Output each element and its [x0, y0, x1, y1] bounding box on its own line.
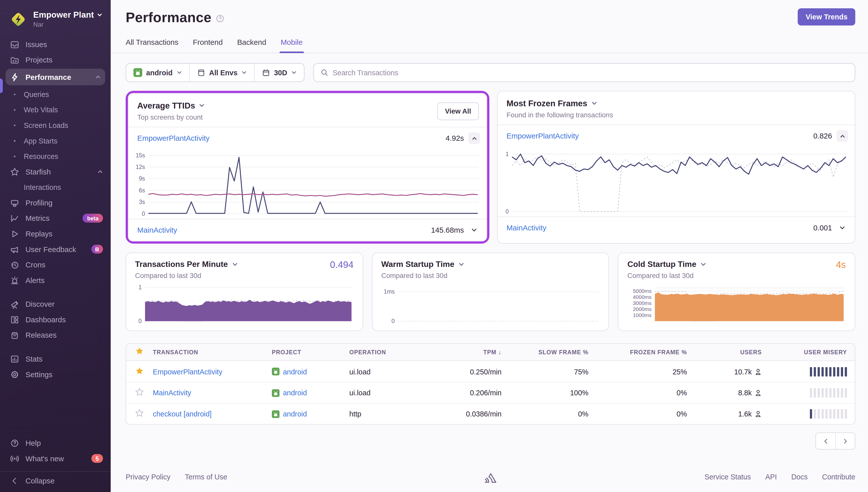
- next-page-button[interactable]: [835, 433, 854, 449]
- view-trends-button[interactable]: View Trends: [798, 8, 856, 25]
- expand-accordion-button[interactable]: [837, 222, 848, 233]
- transaction-link[interactable]: checkout [android]: [153, 410, 212, 418]
- star-filled-icon[interactable]: [135, 347, 144, 355]
- transaction-link[interactable]: MainActivity: [153, 389, 191, 397]
- android-project-icon: [133, 68, 142, 77]
- view-all-button[interactable]: View All: [437, 102, 479, 120]
- widget-subtitle: Compared to last 30d: [381, 272, 599, 280]
- api-link[interactable]: API: [765, 473, 777, 481]
- users-count: 1.6k: [738, 410, 752, 418]
- chevron-down-icon: [241, 70, 247, 75]
- archive-icon: [10, 330, 19, 340]
- transaction-link[interactable]: MainActivity: [137, 226, 427, 234]
- sidebar-collapse-button[interactable]: Collapse: [0, 471, 111, 487]
- user-icon: [755, 410, 762, 417]
- sidebar-item-help[interactable]: Help: [0, 435, 111, 451]
- col-project[interactable]: PROJECT: [272, 349, 350, 355]
- col-tpm[interactable]: TPM ↓: [421, 349, 502, 355]
- sidebar-item-app-starts[interactable]: App Starts: [0, 133, 111, 149]
- metric-value: 145.68ms: [431, 226, 464, 234]
- sidebar-item-projects[interactable]: Projects: [0, 52, 111, 68]
- project-link[interactable]: android: [283, 389, 307, 397]
- widget-title[interactable]: Most Frozen Frames: [507, 98, 587, 108]
- tab-frontend[interactable]: Frontend: [193, 38, 223, 53]
- org-switcher[interactable]: Empower Plant Nar: [0, 8, 111, 36]
- col-frozen-frame[interactable]: FROZEN FRAME %: [589, 349, 687, 355]
- users-count: 8.8k: [738, 389, 752, 397]
- chevron-down-icon[interactable]: [591, 100, 597, 106]
- expand-accordion-button[interactable]: [468, 224, 480, 236]
- sidebar-item-starfish[interactable]: Starfish: [0, 164, 111, 179]
- svg-text:0: 0: [142, 211, 145, 217]
- sidebar-item-screen-loads[interactable]: Screen Loads: [0, 117, 111, 133]
- tab-backend[interactable]: Backend: [237, 38, 266, 53]
- sidebar-item-stats[interactable]: Stats: [0, 351, 111, 367]
- previous-page-button[interactable]: [816, 433, 835, 449]
- sidebar-item-crons[interactable]: Crons: [0, 257, 111, 272]
- chevron-down-icon: [839, 225, 845, 231]
- svg-text:5000ms: 5000ms: [633, 288, 652, 294]
- sidebar-item-web-vitals[interactable]: Web Vitals: [0, 102, 111, 118]
- service-status-link[interactable]: Service Status: [705, 473, 751, 481]
- chevron-down-icon[interactable]: [232, 261, 238, 267]
- widget-title[interactable]: Average TTIDs: [137, 101, 195, 110]
- tab-mobile[interactable]: Mobile: [281, 38, 303, 53]
- star-toggle[interactable]: [135, 388, 144, 396]
- widget-title[interactable]: Transactions Per Minute: [135, 260, 228, 268]
- widget-title[interactable]: Warm Startup Time: [381, 260, 454, 268]
- sidebar-item-queries[interactable]: Queries: [0, 87, 111, 102]
- transaction-link[interactable]: MainActivity: [507, 224, 809, 232]
- col-users[interactable]: USERS: [687, 349, 762, 355]
- docs-link[interactable]: Docs: [791, 473, 808, 481]
- collapse-accordion-button[interactable]: [468, 132, 480, 144]
- transaction-link[interactable]: EmpowerPlantActivity: [137, 134, 441, 142]
- terms-of-use-link[interactable]: Terms of Use: [185, 473, 227, 481]
- environment-filter[interactable]: All Envs: [189, 64, 254, 81]
- contribute-link[interactable]: Contribute: [822, 473, 856, 481]
- sidebar-item-metrics[interactable]: Metrics beta: [0, 211, 111, 226]
- sidebar-item-performance[interactable]: Performance: [5, 69, 105, 85]
- sidebar-item-settings[interactable]: Settings: [0, 367, 111, 382]
- tpm-widget: Transactions Per Minute 0.494 Compared t…: [126, 252, 363, 331]
- sidebar-item-profiling[interactable]: Profiling: [0, 195, 111, 211]
- sidebar-item-interactions[interactable]: Interactions: [0, 179, 111, 195]
- sidebar-item-whats-new[interactable]: What's new 5: [0, 451, 111, 466]
- svg-text:3000ms: 3000ms: [633, 300, 652, 306]
- privacy-policy-link[interactable]: Privacy Policy: [126, 473, 171, 481]
- col-user-misery[interactable]: USER MISERY: [762, 349, 847, 355]
- operation: http: [350, 410, 422, 418]
- date-range-filter[interactable]: 30D: [254, 64, 304, 81]
- transaction-link[interactable]: EmpowerPlantActivity: [153, 367, 222, 376]
- page-help-icon[interactable]: [216, 14, 224, 22]
- transaction-link[interactable]: EmpowerPlantActivity: [507, 132, 809, 140]
- sidebar-item-resources[interactable]: Resources: [0, 148, 111, 164]
- help-icon: [10, 438, 19, 447]
- project-link[interactable]: android: [283, 410, 307, 418]
- sidebar-nav: Issues Projects Performance Queries Web …: [0, 36, 111, 382]
- chevron-down-icon[interactable]: [700, 261, 706, 267]
- android-project-icon: [272, 389, 280, 397]
- operation: ui.load: [350, 389, 422, 397]
- star-toggle[interactable]: [135, 366, 144, 375]
- sidebar-item-issues[interactable]: Issues: [0, 36, 111, 52]
- search-input[interactable]: [333, 69, 848, 77]
- chevron-down-icon[interactable]: [458, 261, 464, 267]
- star-toggle[interactable]: [135, 409, 144, 417]
- sidebar-item-user-feedback[interactable]: User Feedback B: [0, 242, 111, 257]
- tab-all-transactions[interactable]: All Transactions: [126, 38, 178, 53]
- sidebar-item-releases[interactable]: Releases: [0, 327, 111, 343]
- sidebar-item-alerts[interactable]: Alerts: [0, 272, 111, 288]
- project-link[interactable]: android: [283, 367, 307, 376]
- sidebar-item-dashboards[interactable]: Dashboards: [0, 312, 111, 327]
- collapse-accordion-button[interactable]: [837, 130, 848, 142]
- col-slow-frame[interactable]: SLOW FRAME %: [502, 349, 588, 355]
- project-filter[interactable]: android: [126, 64, 189, 81]
- whats-new-badge: 5: [92, 454, 103, 463]
- chevron-down-icon[interactable]: [199, 102, 205, 108]
- sidebar-item-discover[interactable]: Discover: [0, 296, 111, 312]
- highlight-ring: Average TTIDs Top screens by count View …: [126, 91, 489, 244]
- sidebar-item-replays[interactable]: Replays: [0, 226, 111, 242]
- col-operation[interactable]: OPERATION: [350, 349, 422, 355]
- widget-title[interactable]: Cold Startup Time: [627, 260, 696, 268]
- col-transaction[interactable]: TRANSACTION: [153, 349, 272, 355]
